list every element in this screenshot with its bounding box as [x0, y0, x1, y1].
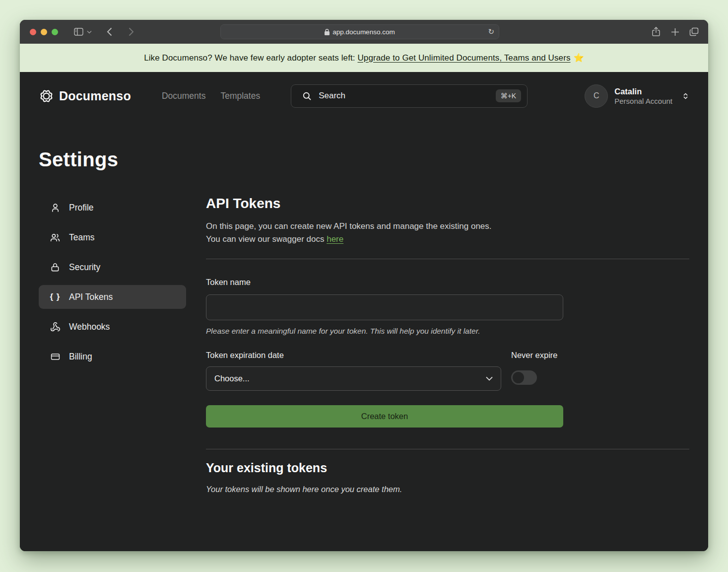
existing-tokens-empty-text: Your tokens will be shown here once you …: [206, 485, 689, 494]
upgrade-banner: Like Documenso? We have few early adopte…: [20, 44, 708, 72]
chevrons-up-down-icon: [682, 92, 689, 100]
create-token-button[interactable]: Create token: [206, 405, 563, 428]
divider: [206, 259, 689, 259]
expiration-select[interactable]: Choose...: [206, 366, 501, 391]
app-header: Documenso Documents Templates Search ⌘+K…: [39, 72, 689, 120]
zoom-window-button[interactable]: [52, 29, 58, 35]
expiration-value: Choose...: [214, 374, 250, 383]
sidebar-item-security[interactable]: Security: [39, 255, 186, 279]
sidebar-item-billing[interactable]: Billing: [39, 345, 186, 368]
token-name-label: Token name: [206, 278, 563, 287]
never-expire-toggle[interactable]: [511, 370, 537, 385]
browser-titlebar: app.documenso.com ↻: [20, 20, 708, 44]
page-title: Settings: [39, 148, 689, 171]
close-window-button[interactable]: [30, 29, 36, 35]
traffic-lights: [30, 29, 58, 35]
app-content: Documenso Documents Templates Search ⌘+K…: [20, 72, 708, 551]
star-emoji: ⭐: [574, 53, 584, 63]
never-expire-label: Never expire: [511, 351, 563, 360]
user-icon: [50, 203, 61, 213]
api-tokens-panel: API Tokens On this page, you can create …: [206, 196, 689, 494]
main-nav: Documents Templates: [162, 91, 260, 101]
token-name-hint: Please enter a meaningful name for your …: [206, 327, 563, 336]
upgrade-link[interactable]: Upgrade to Get Unlimited Documents, Team…: [357, 53, 570, 63]
account-menu[interactable]: C Catalin Personal Account: [585, 84, 689, 108]
banner-text: Like Documenso? We have few early adopte…: [144, 53, 355, 63]
sidebar-toggle-icon[interactable]: [71, 25, 86, 39]
reload-icon[interactable]: ↻: [488, 27, 494, 36]
sidebar-item-label: Teams: [69, 232, 95, 243]
browser-window: app.documenso.com ↻ Like Documens: [20, 20, 708, 551]
account-type: Personal Account: [614, 97, 672, 105]
lock-icon: [325, 29, 330, 35]
credit-card-icon: [50, 352, 61, 361]
expiration-label: Token expiration date: [206, 351, 501, 360]
swagger-docs-link[interactable]: here: [327, 234, 343, 244]
sidebar-item-label: Security: [69, 262, 100, 273]
forward-button[interactable]: [124, 25, 138, 39]
settings-sidebar: Profile Teams Security { } API To: [39, 196, 186, 494]
sidebar-item-label: API Tokens: [69, 292, 113, 302]
sidebar-item-label: Webhooks: [69, 322, 110, 332]
nav-documents[interactable]: Documents: [162, 91, 206, 101]
address-bar[interactable]: app.documenso.com ↻: [220, 24, 499, 39]
back-button[interactable]: [102, 25, 117, 39]
chevron-down-icon: [486, 376, 493, 381]
divider: [206, 449, 689, 449]
braces-icon: { }: [50, 292, 61, 302]
url-text: app.documenso.com: [332, 28, 395, 36]
brand-name: Documenso: [59, 89, 131, 103]
existing-tokens-title: Your existing tokens: [206, 461, 689, 475]
sidebar-item-label: Billing: [69, 352, 92, 362]
new-tab-icon[interactable]: [667, 25, 682, 39]
search-shortcut-badge: ⌘+K: [496, 89, 522, 102]
sidebar-item-api-tokens[interactable]: { } API Tokens: [39, 285, 186, 309]
toggle-knob: [513, 372, 524, 383]
tab-overview-icon[interactable]: [686, 25, 701, 39]
sidebar-item-profile[interactable]: Profile: [39, 196, 186, 219]
avatar: C: [585, 84, 608, 108]
sidebar-item-webhooks[interactable]: Webhooks: [39, 315, 186, 339]
panel-description: On this page, you can create new API tok…: [206, 220, 689, 246]
documenso-logo-icon: [39, 88, 54, 104]
search-icon: [302, 91, 312, 101]
minimize-window-button[interactable]: [41, 29, 47, 35]
users-icon: [50, 232, 61, 243]
panel-title: API Tokens: [206, 196, 689, 212]
search-bar[interactable]: Search ⌘+K: [291, 84, 528, 108]
sidebar-item-teams[interactable]: Teams: [39, 225, 186, 249]
token-name-input[interactable]: [206, 294, 563, 320]
webhook-icon: [50, 322, 61, 332]
account-name: Catalin: [614, 87, 672, 96]
share-icon[interactable]: [649, 25, 663, 39]
nav-templates[interactable]: Templates: [220, 91, 260, 101]
sidebar-dropdown-icon[interactable]: [87, 30, 92, 34]
sidebar-item-label: Profile: [69, 203, 94, 213]
search-label: Search: [319, 91, 488, 101]
lock-icon: [50, 262, 61, 273]
brand[interactable]: Documenso: [39, 88, 131, 104]
